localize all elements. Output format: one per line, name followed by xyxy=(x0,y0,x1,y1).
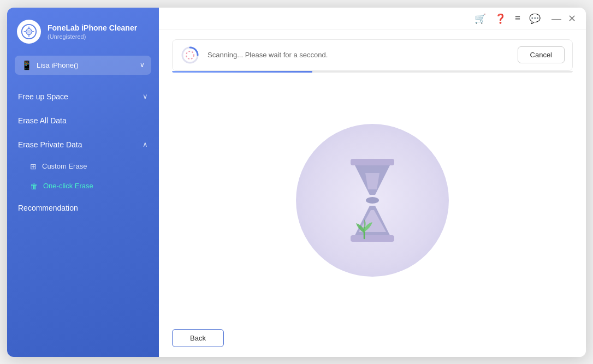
scan-progress-bar xyxy=(172,71,573,73)
app-logo xyxy=(17,20,41,44)
illustration-circle xyxy=(296,124,449,277)
sidebar-item-recommendation[interactable]: Recommendation xyxy=(7,196,159,220)
sidebar-subitem-label: Custom Erase xyxy=(42,162,87,170)
sidebar-item-erase-private[interactable]: Erase Private Data ∧ xyxy=(7,133,159,157)
cart-icon[interactable]: 🛒 xyxy=(475,13,486,25)
sidebar-item-label: Free up Space xyxy=(18,92,68,101)
scan-area: Scanning... Please wait for a seccond. C… xyxy=(159,29,586,79)
sidebar-item-label: Erase All Data xyxy=(18,116,67,125)
sidebar-item-erase-all[interactable]: Erase All Data xyxy=(7,109,159,133)
sidebar: FoneLab iPhone Cleaner (Unregistered) 📱 … xyxy=(7,8,159,357)
svg-point-1 xyxy=(27,29,31,34)
menu-icon[interactable]: ≡ xyxy=(515,13,520,24)
chevron-down-icon: ∨ xyxy=(143,92,148,100)
svg-rect-4 xyxy=(351,159,394,165)
question-icon[interactable]: ❓ xyxy=(495,13,506,25)
phone-icon: 📱 xyxy=(21,60,32,70)
svg-point-3 xyxy=(186,51,194,59)
nav-section: Free up Space ∨ Erase All Data Erase Pri… xyxy=(7,85,159,220)
minimize-button[interactable]: — xyxy=(552,14,561,23)
sidebar-item-label: Recommendation xyxy=(18,204,78,212)
sidebar-item-free-up-space[interactable]: Free up Space ∨ xyxy=(7,85,159,109)
scan-status-text: Scanning... Please wait for a seccond. xyxy=(207,51,510,59)
sidebar-subitem-oneclick-erase[interactable]: 🗑 One-click Erase xyxy=(7,176,159,196)
device-chevron-icon: ∨ xyxy=(140,61,145,69)
app-title: FoneLab iPhone Cleaner xyxy=(48,23,137,33)
app-subtitle: (Unregistered) xyxy=(48,33,137,40)
scan-bar-row: Scanning... Please wait for a seccond. C… xyxy=(172,39,573,71)
scan-spinner xyxy=(180,45,200,65)
chat-icon[interactable]: 💬 xyxy=(529,13,541,25)
bottom-bar: Back xyxy=(159,321,586,357)
app-title-block: FoneLab iPhone Cleaner (Unregistered) xyxy=(48,23,137,39)
illustration-container xyxy=(296,124,449,277)
main-content: 🛒 ❓ ≡ 💬 — ✕ Scanning... Please wait for xyxy=(159,8,586,357)
back-button[interactable]: Back xyxy=(172,329,224,347)
trash-icon: 🗑 xyxy=(30,182,38,190)
illustration-area xyxy=(159,79,586,321)
sidebar-header: FoneLab iPhone Cleaner (Unregistered) xyxy=(7,8,159,53)
top-bar: 🛒 ❓ ≡ 💬 — ✕ xyxy=(159,8,586,29)
svg-point-6 xyxy=(366,197,379,204)
window-controls: — ✕ xyxy=(552,14,576,23)
scan-progress-fill xyxy=(172,71,312,73)
cancel-button[interactable]: Cancel xyxy=(518,46,565,63)
grid-icon: ⊞ xyxy=(30,162,37,171)
close-button[interactable]: ✕ xyxy=(568,14,576,23)
device-name: Lisa iPhone() xyxy=(37,61,79,69)
chevron-up-icon: ∧ xyxy=(143,140,148,148)
sidebar-item-label: Erase Private Data xyxy=(18,140,82,149)
sidebar-subitem-custom-erase[interactable]: ⊞ Custom Erase xyxy=(7,157,159,176)
hourglass-illustration xyxy=(337,151,408,249)
app-window: FoneLab iPhone Cleaner (Unregistered) 📱 … xyxy=(7,8,586,357)
svg-rect-5 xyxy=(351,235,394,242)
device-selector[interactable]: 📱 Lisa iPhone() ∨ xyxy=(15,56,151,75)
sidebar-subitem-label: One-click Erase xyxy=(43,182,93,190)
